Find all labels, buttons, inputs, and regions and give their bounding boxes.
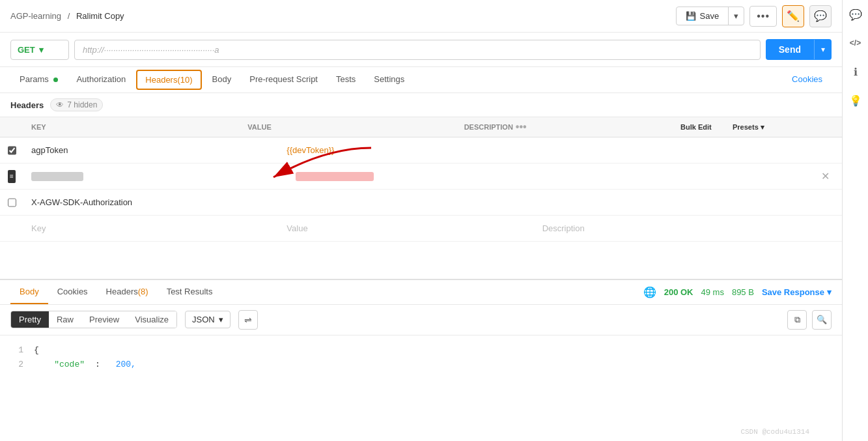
comment-icon: 💬 [814,10,827,22]
edit-button[interactable]: ✏️ [782,5,804,27]
table-row: ≡ ✕ [0,164,842,190]
code-colon: : [95,358,105,372]
send-dropdown-button[interactable]: ▾ [814,40,832,59]
format-preview[interactable]: Preview [81,311,127,328]
description-more-icon[interactable]: ••• [516,121,527,133]
col-checkbox [0,121,23,133]
row3-checkbox[interactable] [8,197,16,208]
format-raw[interactable]: Raw [49,311,81,328]
more-options-button[interactable]: ••• [749,6,777,27]
response-tab-body[interactable]: Body [10,280,48,304]
row3-value[interactable] [279,197,534,208]
row1-checkbox[interactable] [8,145,16,156]
wrap-icon: ⇌ [244,315,252,325]
format-bar: Pretty Raw Preview Visualize JSON ▾ ⇌ ⧉ … [0,305,842,335]
copy-icon: ⧉ [794,315,800,325]
headers-title: Headers [10,100,44,110]
sidebar-bulb-icon[interactable]: 💡 [847,91,865,109]
row1-value[interactable]: {{devToken}} [279,140,534,160]
send-button-group[interactable]: Send ▾ [766,39,832,60]
col-bulk[interactable]: Bulk Edit [673,121,725,133]
tab-authorization[interactable]: Authorization [67,68,135,92]
row4-checkbox-cell [0,223,23,234]
headers-label: Headers [145,75,177,85]
search-button[interactable]: 🔍 [812,310,832,330]
table-row: agpToken {{devToken}} [0,137,842,164]
headers-count: (10) [177,75,192,85]
top-bar-actions: 💾 Save ▾ ••• ✏️ 💬 [676,5,832,27]
response-tabs: Body Cookies Headers(8) Test Results 🌐 2… [0,280,842,305]
headers-table: KEY VALUE DESCRIPTION ••• Bulk Edit Pres… [0,117,842,279]
sidebar-code-icon[interactable]: </> [847,34,865,52]
tab-prerequest[interactable]: Pre-request Script [240,68,327,92]
code-line-1: 1 { [10,343,832,358]
params-dot [53,78,58,82]
breadcrumb-workspace[interactable]: AGP-learning [10,11,61,21]
code-brace-open: { [34,343,39,358]
table-row: Key Value Description [0,216,842,242]
sidebar-chat-icon[interactable]: 💬 [847,5,865,23]
table-row: X-AGW-SDK-Authorization [0,190,842,216]
breadcrumb: AGP-learning / Ralimit Copy [10,11,676,21]
code-line-2: 2 "code" : 200, [10,358,832,372]
response-tab-cookies[interactable]: Cookies [48,280,97,304]
row2-description[interactable] [552,171,816,182]
tab-body[interactable]: Body [203,68,241,92]
response-tab-test-results[interactable]: Test Results [158,280,222,304]
send-button[interactable]: Send [766,39,814,60]
tab-params[interactable]: Params [10,68,67,92]
edit-icon: ✏️ [787,10,800,22]
tab-cookies[interactable]: Cookies [783,68,832,92]
row1-key[interactable]: agpToken [23,140,279,160]
row4-value[interactable]: Value [279,218,534,238]
row3-description[interactable] [535,197,790,208]
row1-checkbox-cell[interactable] [0,140,23,161]
save-response-chevron-icon: ▾ [827,287,832,297]
line-num-2: 2 [10,358,23,372]
response-tab-headers[interactable]: Headers(8) [97,280,158,304]
copy-button[interactable]: ⧉ [787,310,807,330]
method-chevron-icon: ▾ [39,45,44,55]
sidebar-info-icon[interactable]: ℹ [847,63,865,81]
row2-delete[interactable]: ✕ [816,170,842,182]
format-pretty[interactable]: Pretty [11,311,49,328]
save-response-button[interactable]: Save Response ▾ [762,287,832,297]
format-visualize[interactable]: Visualize [127,311,176,328]
row4-description[interactable]: Description [535,218,790,238]
method-label: GET [18,45,35,55]
search-icon: 🔍 [817,315,827,324]
col-description: DESCRIPTION ••• [456,121,673,133]
save-disk-icon: 💾 [686,11,696,21]
row3-checkbox-cell[interactable] [0,192,23,213]
status-size: 895 B [732,287,754,297]
format-type-select[interactable]: JSON ▾ [185,311,231,328]
save-button[interactable]: 💾 Save [677,7,729,25]
tab-headers[interactable]: Headers(10) [136,70,201,90]
wrap-icon-btn[interactable]: ⇌ [238,310,258,330]
hidden-count: 7 hidden [67,100,97,109]
row2-value[interactable] [288,167,552,186]
save-dropdown-button[interactable]: ▾ [728,7,744,25]
table-header-row: KEY VALUE DESCRIPTION ••• Bulk Edit Pres… [0,117,842,137]
save-button-group[interactable]: 💾 Save ▾ [676,7,745,25]
row4-key[interactable]: Key [23,218,279,238]
code-area: 1 { 2 "code" : 200, CSDN @codu4u1314 [0,335,842,442]
url-input[interactable] [74,40,761,60]
code-key: "code" [34,358,85,372]
format-chevron-icon: ▾ [219,315,223,324]
tab-settings[interactable]: Settings [365,68,413,92]
col-presets[interactable]: Presets ▾ [725,121,783,133]
wrap-button[interactable]: ⇌ [238,310,258,330]
row2-drag-icon: ≡ [10,173,14,180]
tab-tests[interactable]: Tests [327,68,365,92]
row3-key[interactable]: X-AGW-SDK-Authorization [23,192,279,212]
method-select[interactable]: GET ▾ [10,40,69,60]
status-code: 200 OK [664,287,693,297]
globe-icon: 🌐 [643,286,656,298]
row1-description[interactable] [535,145,790,156]
comment-button[interactable]: 💬 [809,5,832,27]
watermark: CSDN @codu4u1314 [740,428,809,436]
row2-checkbox-cell[interactable]: ≡ [0,165,23,188]
headers-section-bar: Headers 👁 7 hidden [0,93,842,117]
row2-key[interactable] [23,167,288,186]
